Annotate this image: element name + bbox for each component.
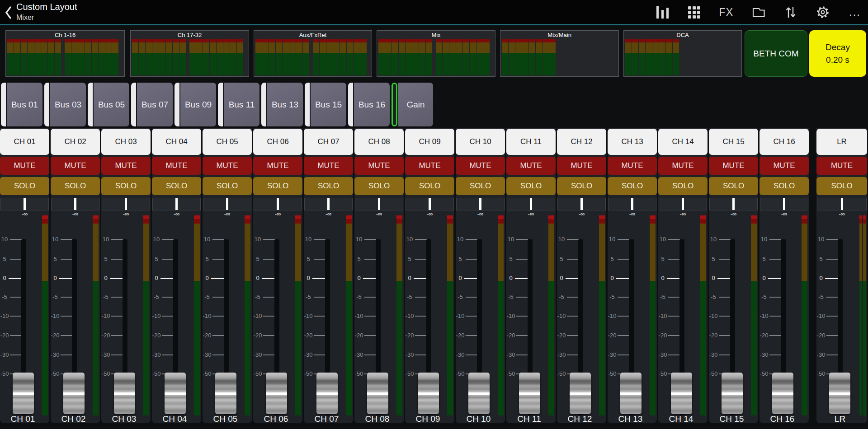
channel-select-button[interactable]: CH 03 [101, 129, 151, 155]
updown-arrows-icon[interactable] [784, 5, 797, 20]
layer-tab-bus-15[interactable]: Bus 15 [305, 83, 346, 126]
layer-tab-bus-01[interactable]: Bus 01 [1, 83, 42, 126]
pan-slider[interactable] [355, 198, 403, 210]
channel-select-button[interactable]: CH 05 [203, 129, 252, 155]
layer-tab-bus-11[interactable]: Bus 11 [218, 83, 259, 126]
solo-button[interactable]: SOLO [304, 177, 353, 195]
solo-button[interactable]: SOLO [0, 177, 49, 195]
fader-knob[interactable] [620, 373, 642, 414]
layer-tab-bus-07[interactable]: Bus 07 [131, 83, 173, 126]
pan-slider[interactable] [254, 198, 302, 210]
solo-button[interactable]: SOLO [506, 177, 556, 195]
fader-knob[interactable] [519, 373, 540, 414]
channel-select-button[interactable]: CH 11 [506, 129, 556, 155]
talkback-button[interactable]: BETH COM [745, 30, 807, 77]
mute-button[interactable]: MUTE [152, 157, 201, 175]
solo-button[interactable]: SOLO [709, 177, 758, 195]
pan-slider[interactable] [203, 198, 251, 210]
channel-select-button[interactable]: CH 14 [658, 129, 708, 155]
pan-slider[interactable] [0, 198, 49, 210]
fader-knob[interactable] [772, 373, 793, 414]
channel-select-button[interactable]: CH 09 [405, 129, 454, 155]
pan-slider[interactable] [304, 198, 353, 210]
solo-button[interactable]: SOLO [456, 177, 505, 195]
mute-button[interactable]: MUTE [760, 157, 809, 175]
mute-button[interactable]: MUTE [203, 157, 252, 175]
mute-button[interactable]: MUTE [658, 157, 708, 175]
fader-knob[interactable] [418, 373, 439, 414]
channel-grid-icon[interactable] [688, 5, 701, 20]
channel-select-button[interactable]: CH 01 [0, 129, 49, 155]
fx-button[interactable]: FX [719, 5, 733, 20]
pan-slider[interactable] [557, 198, 606, 210]
channel-select-button[interactable]: CH 08 [354, 129, 404, 155]
mute-button[interactable]: MUTE [101, 157, 151, 175]
channel-select-button[interactable]: CH 02 [51, 129, 100, 155]
layer-tab-bus-13[interactable]: Bus 13 [261, 83, 303, 126]
channel-select-button[interactable]: CH 16 [760, 129, 809, 155]
pan-slider[interactable] [406, 198, 454, 210]
solo-button[interactable]: SOLO [354, 177, 404, 195]
decay-button[interactable]: Decay 0.20 s [809, 30, 866, 77]
layer-tab-gain[interactable]: Gain [392, 83, 433, 126]
layer-tab-bus-05[interactable]: Bus 05 [88, 83, 129, 126]
mute-button[interactable]: MUTE [709, 157, 758, 175]
mute-button[interactable]: MUTE [51, 157, 100, 175]
fader-knob[interactable] [63, 373, 85, 414]
mute-button[interactable]: MUTE [456, 157, 505, 175]
more-menu-icon[interactable]: ... [848, 5, 862, 20]
mute-button[interactable]: MUTE [0, 157, 49, 175]
mute-button[interactable]: MUTE [405, 157, 454, 175]
folder-icon[interactable] [751, 5, 766, 20]
pan-slider[interactable] [152, 198, 201, 210]
solo-button[interactable]: SOLO [557, 177, 606, 195]
solo-button[interactable]: SOLO [51, 177, 100, 195]
pan-slider[interactable] [659, 198, 707, 210]
fader-knob[interactable] [316, 373, 338, 414]
mute-button[interactable]: MUTE [253, 157, 302, 175]
solo-button[interactable]: SOLO [760, 177, 809, 195]
fader-knob[interactable] [114, 373, 135, 414]
fader-knob[interactable] [165, 373, 186, 414]
channel-select-button[interactable]: CH 12 [557, 129, 606, 155]
channel-select-button[interactable]: CH 10 [456, 129, 505, 155]
settings-gear-icon[interactable] [816, 5, 830, 20]
channel-select-button[interactable]: CH 04 [152, 129, 201, 155]
solo-button[interactable]: SOLO [608, 177, 657, 195]
mute-button[interactable]: MUTE [608, 157, 657, 175]
mute-button[interactable]: MUTE [304, 157, 353, 175]
meters-view-icon[interactable] [656, 5, 670, 20]
solo-button[interactable]: SOLO [405, 177, 454, 195]
solo-button[interactable]: SOLO [203, 177, 252, 195]
fader-knob[interactable] [722, 373, 743, 414]
mute-button[interactable]: MUTE [506, 157, 556, 175]
solo-button[interactable]: SOLO [152, 177, 201, 195]
pan-slider[interactable] [817, 198, 867, 210]
pan-slider[interactable] [608, 198, 656, 210]
pan-slider[interactable] [709, 198, 758, 210]
mute-button[interactable]: MUTE [354, 157, 404, 175]
fader-knob[interactable] [829, 373, 850, 414]
layer-tab-bus-03[interactable]: Bus 03 [44, 83, 86, 126]
layer-tab-bus-09[interactable]: Bus 09 [175, 83, 216, 126]
fader-knob[interactable] [266, 373, 287, 414]
channel-select-button[interactable]: LR [816, 129, 867, 155]
fader-knob[interactable] [468, 373, 490, 414]
solo-button[interactable]: SOLO [658, 177, 708, 195]
channel-select-button[interactable]: CH 13 [608, 129, 657, 155]
solo-button[interactable]: SOLO [253, 177, 302, 195]
mute-button[interactable]: MUTE [557, 157, 606, 175]
fader-knob[interactable] [570, 373, 591, 414]
mute-button[interactable]: MUTE [816, 157, 867, 175]
solo-button[interactable]: SOLO [101, 177, 151, 195]
fader-knob[interactable] [13, 373, 34, 414]
fader-knob[interactable] [215, 373, 236, 414]
pan-slider[interactable] [760, 198, 808, 210]
pan-slider[interactable] [51, 198, 99, 210]
pan-slider[interactable] [102, 198, 150, 210]
layer-tab-bus-16[interactable]: Bus 16 [348, 83, 390, 126]
fader-knob[interactable] [671, 373, 692, 414]
channel-select-button[interactable]: CH 15 [709, 129, 758, 155]
fader-knob[interactable] [367, 373, 388, 414]
back-button[interactable] [3, 4, 14, 21]
